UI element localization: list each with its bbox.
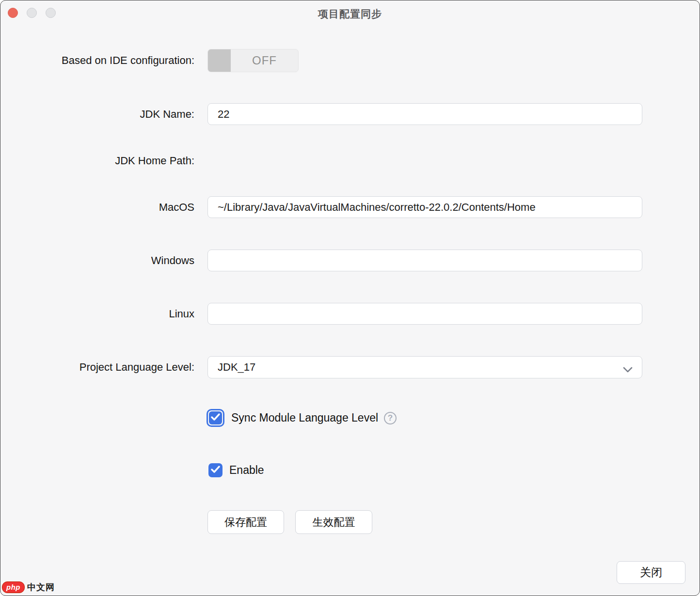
language-level-label: Project Language Level:	[0, 361, 194, 374]
checkmark-icon	[211, 413, 220, 423]
chevron-down-icon	[622, 363, 633, 376]
jdk-home-path-label: JDK Home Path:	[0, 155, 194, 167]
jdk-name-input[interactable]	[207, 103, 642, 125]
window-title: 项目配置同步	[0, 0, 700, 28]
php-logo-badge: php	[2, 581, 25, 593]
ide-config-toggle[interactable]: OFF	[207, 49, 299, 72]
project-language-level-select[interactable]: JDK_17	[207, 356, 642, 378]
jdk-name-label: JDK Name:	[0, 108, 194, 121]
linux-path-input[interactable]	[207, 303, 642, 325]
titlebar: 项目配置同步	[0, 0, 700, 28]
windows-label: Windows	[0, 254, 194, 267]
toggle-state-label: OFF	[231, 49, 298, 72]
close-dialog-button[interactable]: 关闭	[617, 561, 685, 584]
checkmark-icon	[211, 466, 220, 475]
apply-config-button[interactable]: 生效配置	[295, 510, 372, 534]
enable-label: Enable	[229, 464, 264, 477]
dialog-window: 项目配置同步 Based on IDE configuration: OFF J…	[0, 0, 700, 596]
ide-config-label: Based on IDE configuration:	[0, 54, 194, 67]
windows-path-input[interactable]	[207, 250, 642, 271]
sync-module-label: Sync Module Language Level	[231, 411, 378, 424]
linux-label: Linux	[0, 308, 194, 320]
sync-module-checkbox[interactable]	[207, 409, 224, 427]
php-cn-watermark: php 中文网	[2, 581, 55, 593]
help-icon[interactable]: ?	[384, 412, 397, 424]
watermark-text: 中文网	[27, 581, 55, 593]
toggle-knob[interactable]	[208, 49, 231, 72]
save-config-button[interactable]: 保存配置	[207, 510, 284, 534]
macos-label: MacOS	[0, 201, 194, 214]
language-level-value: JDK_17	[218, 361, 255, 374]
macos-path-input[interactable]	[207, 196, 642, 218]
enable-checkbox[interactable]	[208, 463, 223, 477]
